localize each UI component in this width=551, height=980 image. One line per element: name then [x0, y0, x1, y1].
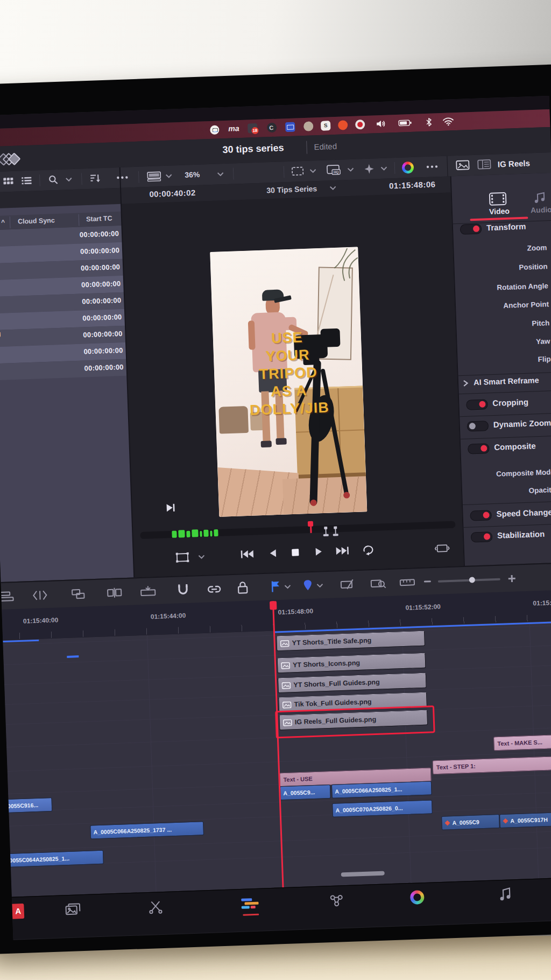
transform-section-label[interactable]: Transform — [486, 222, 526, 233]
duration-markers[interactable] — [322, 526, 341, 537]
proxy-chevron[interactable] — [347, 167, 354, 172]
stabilization-toggle[interactable] — [471, 531, 493, 542]
composite-toggle[interactable] — [468, 443, 490, 454]
play-to-end-icon[interactable] — [165, 503, 176, 513]
go-to-first-frame-icon[interactable] — [240, 549, 256, 560]
red-marker[interactable] — [308, 521, 314, 533]
viewer-options-icon[interactable] — [426, 164, 439, 170]
page-fusion-icon[interactable] — [328, 893, 345, 908]
sort-direction-indicator[interactable]: ^ — [1, 218, 5, 226]
media-row[interactable]: 00:00:00:00 — [0, 359, 127, 381]
timeline-tracks[interactable]: YT Shorts_Title Safe.png YT Shorts_Icons… — [3, 620, 551, 897]
zoom-dropdown-chevron[interactable] — [217, 172, 224, 177]
snapping-magnet-icon[interactable] — [176, 583, 190, 598]
more-options-icon[interactable] — [116, 174, 129, 180]
volume-icon[interactable] — [376, 120, 387, 129]
play-reverse-icon[interactable] — [268, 548, 278, 558]
timeline-name-dropdown[interactable]: 30 Tips Series — [266, 184, 317, 194]
play-icon[interactable] — [314, 547, 324, 557]
media-zoom-level[interactable]: 36% — [185, 170, 200, 179]
search-dropdown-chevron[interactable] — [65, 177, 72, 182]
trim-edit-mode-icon[interactable] — [32, 589, 48, 601]
tab-video[interactable]: Video — [487, 207, 512, 216]
zoom-box-icon[interactable] — [370, 577, 387, 590]
cropping-toggle[interactable] — [466, 399, 488, 410]
transform-crop-tool-icon[interactable] — [175, 552, 190, 563]
safe-area-chevron[interactable] — [309, 169, 316, 173]
search-icon[interactable] — [48, 174, 59, 186]
zoom-in-icon[interactable] — [508, 575, 517, 583]
marker-chevron[interactable] — [316, 583, 323, 588]
timeline-name-chevron[interactable] — [329, 186, 336, 191]
timeline-clip[interactable]: A_0055C9 — [441, 814, 500, 830]
bluetooth-icon[interactable] — [425, 117, 433, 127]
creative-cloud-icon[interactable] — [210, 125, 220, 135]
timeline-clip[interactable]: Text - MAKE S... — [493, 734, 551, 751]
project-switch-icon[interactable] — [0, 152, 23, 166]
flag-chevron[interactable] — [284, 584, 291, 589]
loop-icon[interactable] — [361, 544, 375, 556]
transform-toggle[interactable] — [460, 224, 482, 235]
dynamic-zoom-section-label[interactable]: Dynamic Zoom — [493, 418, 551, 429]
zoom-out-icon[interactable] — [424, 580, 431, 582]
stabilization-section-label[interactable]: Stabilization — [497, 529, 545, 540]
timeline-clip[interactable]: 0055C916... — [4, 797, 52, 813]
timeline-clip[interactable]: A_0005C066A250825_1737 ... — [90, 821, 204, 839]
enhancement-icon[interactable] — [363, 163, 376, 175]
gray-app-icon[interactable] — [303, 121, 314, 131]
timeline-clip[interactable]: A_0055C917H — [499, 811, 551, 828]
page-edit-icon-active[interactable] — [240, 897, 260, 911]
page-cut-icon[interactable] — [149, 900, 165, 914]
expand-chevron-icon[interactable] — [463, 380, 469, 387]
column-header-cloud-sync[interactable]: Cloud Sync — [18, 216, 55, 225]
cropping-section-label[interactable]: Cropping — [492, 397, 528, 408]
blade-edit-mode-icon[interactable] — [107, 586, 123, 599]
timeline-clip[interactable]: Text - STEP 1: — [432, 755, 551, 775]
orange-record-icon[interactable] — [338, 120, 348, 130]
column-header-start-tc[interactable]: Start TC — [86, 214, 112, 223]
list-view-icon[interactable] — [21, 176, 32, 187]
red-record-icon[interactable] — [355, 120, 365, 130]
inspector-panel-icon[interactable] — [477, 159, 492, 170]
sort-icon[interactable] — [90, 173, 102, 184]
tab-audio[interactable]: Audio — [528, 205, 551, 215]
viewer-expand-icon[interactable] — [434, 543, 450, 554]
zoom-slider-handle[interactable] — [469, 577, 475, 583]
dynamic-zoom-toggle[interactable] — [467, 421, 489, 431]
timeline-scrollbar[interactable] — [341, 871, 385, 877]
clip-thumbnail-view-icon[interactable] — [147, 170, 161, 183]
page-fairlight-icon[interactable] — [498, 886, 513, 902]
grid-view-icon[interactable] — [3, 176, 14, 187]
stop-icon[interactable] — [291, 548, 301, 558]
flag-icon[interactable] — [270, 580, 281, 593]
enhancement-chevron[interactable] — [380, 166, 387, 171]
position-lock-icon[interactable] — [237, 580, 249, 595]
page-color-icon[interactable] — [410, 890, 425, 905]
safe-area-icon[interactable] — [291, 166, 305, 177]
timeline-view-options-icon[interactable] — [1, 591, 18, 602]
crop-tool-chevron[interactable] — [198, 555, 205, 559]
wifi-icon[interactable] — [442, 117, 455, 126]
speed-change-section-label[interactable]: Speed Change — [496, 507, 551, 519]
inspector-media-icon[interactable] — [456, 159, 470, 171]
thumbnail-dropdown-chevron[interactable] — [165, 174, 172, 179]
notification-badge-icon[interactable]: 18 — [248, 123, 258, 134]
ma-menu-icon[interactable]: ma — [228, 124, 239, 133]
battery-icon[interactable] — [398, 119, 412, 127]
s-app-icon[interactable]: S — [321, 121, 331, 131]
insert-clip-icon[interactable] — [140, 585, 157, 598]
mirroring-app-icon[interactable] — [285, 122, 295, 132]
composite-section-label[interactable]: Composite — [494, 441, 536, 452]
timeline-zoom-slider[interactable] — [438, 578, 500, 583]
timeline-clip[interactable]: 0055C064A250825_1... — [6, 850, 104, 867]
marker-icon[interactable] — [302, 579, 314, 592]
c-app-icon[interactable]: C — [267, 123, 277, 133]
proxy-quality-icon[interactable]: HQ — [327, 164, 342, 177]
page-media-icon[interactable] — [65, 902, 81, 917]
razor-tool-icon[interactable] — [340, 578, 357, 591]
timeline-clip[interactable]: A_0005C070A250826_0... — [332, 800, 433, 817]
timeline-clip[interactable]: A_0005C066A250825_1... — [331, 781, 432, 798]
ai-smart-reframe-label[interactable]: AI Smart Reframe — [474, 376, 539, 387]
color-adjust-icon[interactable] — [402, 162, 414, 174]
go-to-last-frame-icon[interactable] — [334, 545, 350, 556]
